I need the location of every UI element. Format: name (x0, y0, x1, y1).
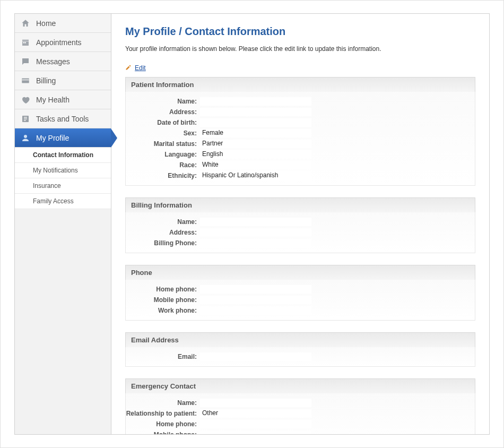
subnav-item-family-access[interactable]: Family Access (15, 194, 111, 209)
field-value-race: White (200, 161, 311, 169)
field-label-emergency-name: Name: (126, 399, 200, 407)
calendar-icon (20, 37, 31, 48)
field-value-ethnicity: Hispanic Or Latino/spanish (200, 171, 311, 180)
field-label-race: Race: (126, 161, 200, 169)
nav-label: My Profile (36, 134, 69, 142)
pencil-icon (125, 64, 133, 72)
nav-item-my-health[interactable]: My Health (15, 90, 111, 109)
nav-item-home[interactable]: Home (15, 14, 111, 33)
field-row: Address: (126, 227, 475, 238)
field-label-billing-name: Name: (126, 218, 200, 226)
field-row: Home phone: (126, 419, 475, 429)
svg-rect-2 (22, 78, 29, 83)
home-icon (20, 18, 31, 29)
edit-link[interactable]: Edit (135, 64, 146, 72)
nav-label: My Health (36, 96, 69, 104)
field-label-emergency-mobile: Mobile phone: (126, 431, 200, 434)
section-patient: Patient Information Name: Address: Date … (125, 77, 475, 186)
field-row: Name: (126, 398, 475, 408)
subnav-list: Contact Information My Notifications Ins… (15, 148, 111, 209)
tasks-icon (20, 114, 31, 124)
field-row: Billing Phone: (126, 238, 475, 248)
card-icon (20, 75, 31, 86)
sidebar: Home Appointments Messages Billing (15, 14, 111, 434)
field-value-billing-phone (200, 239, 311, 247)
section-body-email: Email: (125, 347, 475, 367)
field-value-mobile-phone (200, 296, 311, 304)
field-row: Email: (126, 351, 475, 362)
field-label-billing-phone: Billing Phone: (126, 239, 200, 247)
field-row: Relationship to patient: Other (126, 408, 475, 419)
main-content: My Profile / Contact Information Your pr… (111, 14, 489, 434)
field-row: Race: White (126, 160, 475, 170)
nav-list: Home Appointments Messages Billing (15, 14, 111, 148)
section-emergency: Emergency Contact Name: Relationship to … (125, 378, 475, 434)
field-row: Language: English (126, 149, 475, 160)
section-header-emergency: Emergency Contact (125, 378, 475, 393)
section-header-patient: Patient Information (125, 77, 475, 92)
profile-icon (20, 133, 31, 143)
field-value-name (200, 97, 311, 106)
app-frame: Home Appointments Messages Billing (14, 13, 490, 435)
field-value-email (200, 352, 311, 361)
svg-rect-1 (25, 42, 26, 43)
section-header-billing: Billing Information (125, 197, 475, 212)
nav-item-my-profile[interactable]: My Profile (15, 128, 111, 148)
field-label-work-phone: Work phone: (126, 307, 200, 314)
field-label-address: Address: (126, 108, 200, 116)
field-label-mobile-phone: Mobile phone: (126, 296, 200, 304)
nav-item-tasks-tools[interactable]: Tasks and Tools (15, 109, 111, 128)
field-row: Marital status: Partner (126, 139, 475, 149)
field-label-marital: Marital status: (126, 140, 200, 148)
field-label-home-phone: Home phone: (126, 286, 200, 293)
nav-item-appointments[interactable]: Appointments (15, 33, 111, 52)
page-description: Your profile information is shown below.… (125, 45, 475, 53)
field-value-billing-address (200, 228, 311, 237)
nav-label: Tasks and Tools (36, 115, 89, 123)
section-billing: Billing Information Name: Address: Billi… (125, 197, 475, 253)
nav-item-messages[interactable]: Messages (15, 52, 111, 71)
nav-label: Home (36, 19, 56, 28)
field-value-work-phone (200, 306, 311, 315)
svg-rect-3 (22, 79, 29, 80)
nav-label: Messages (36, 57, 70, 66)
section-body-billing: Name: Address: Billing Phone: (125, 212, 475, 253)
nav-label: Billing (36, 76, 56, 85)
subnav-item-contact-information[interactable]: Contact Information (15, 148, 111, 163)
edit-link-row: Edit (125, 64, 475, 72)
outer-frame: Home Appointments Messages Billing (0, 0, 504, 448)
field-row: Home phone: (126, 284, 475, 295)
field-value-relationship: Other (200, 409, 311, 418)
page-title: My Profile / Contact Information (125, 25, 475, 38)
field-value-dob (200, 118, 311, 127)
field-label-ethnicity: Ethnicity: (126, 172, 200, 179)
section-body-emergency: Name: Relationship to patient: Other Hom… (125, 393, 475, 434)
nav-item-billing[interactable]: Billing (15, 71, 111, 90)
section-body-patient: Name: Address: Date of birth: Sex: Femal… (125, 92, 475, 186)
field-row: Work phone: (126, 305, 475, 316)
subnav-item-my-notifications[interactable]: My Notifications (15, 163, 111, 178)
svg-rect-0 (23, 42, 24, 43)
field-label-name: Name: (126, 98, 200, 105)
field-value-language: English (200, 150, 311, 159)
field-label-dob: Date of birth: (126, 119, 200, 126)
field-label-email: Email: (126, 353, 200, 360)
section-header-email: Email Address (125, 332, 475, 347)
section-email: Email Address Email: (125, 332, 475, 367)
field-value-billing-name (200, 218, 311, 226)
heart-icon (20, 94, 31, 105)
field-label-sex: Sex: (126, 130, 200, 137)
field-value-emergency-name (200, 399, 311, 407)
field-label-relationship: Relationship to patient: (126, 410, 200, 417)
section-header-phone: Phone (125, 265, 475, 280)
field-label-language: Language: (126, 151, 200, 158)
subnav-item-insurance[interactable]: Insurance (15, 178, 111, 194)
field-row: Sex: Female (126, 128, 475, 139)
field-value-marital: Partner (200, 140, 311, 148)
field-value-home-phone (200, 285, 311, 294)
field-row: Mobile phone: (126, 295, 475, 305)
field-row: Name: (126, 96, 475, 107)
field-label-billing-address: Address: (126, 229, 200, 236)
field-label-emergency-home: Home phone: (126, 420, 200, 428)
nav-label: Appointments (36, 38, 82, 47)
